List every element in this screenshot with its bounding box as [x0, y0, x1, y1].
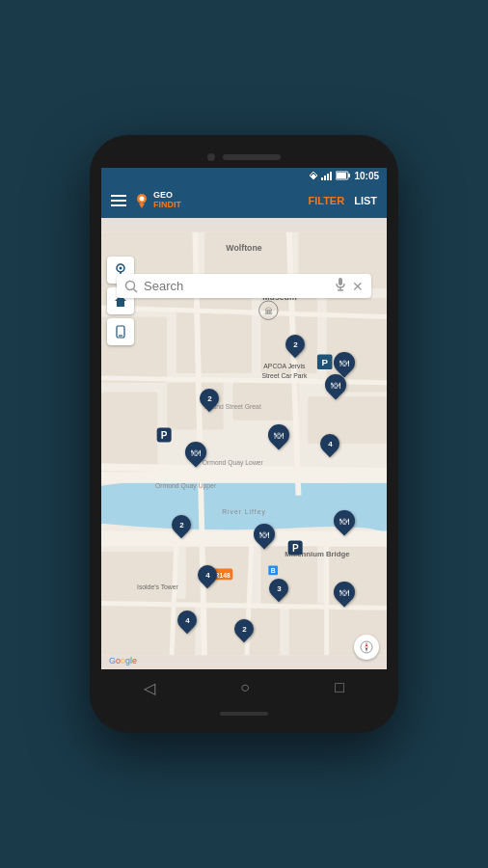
compass-button[interactable]	[354, 635, 379, 660]
signal-icon	[321, 171, 333, 180]
svg-marker-74	[366, 647, 368, 652]
time-display: 10:05	[354, 171, 379, 181]
logo: GEO FINDIT	[134, 191, 181, 210]
recent-button[interactable]: □	[315, 673, 364, 702]
left-panel	[107, 257, 134, 345]
map-area: Strand Street Great Ormond Quay Lower Or…	[101, 218, 387, 669]
svg-rect-2	[321, 177, 323, 180]
search-bar[interactable]: ✕	[117, 274, 371, 298]
map-pin-1[interactable]: 2	[285, 335, 305, 354]
map-pin-2[interactable]: 🍽	[334, 352, 355, 373]
google-logo: Google	[109, 656, 137, 665]
map-pin-12[interactable]: 🍽	[334, 510, 355, 531]
svg-point-10	[140, 197, 145, 202]
app-bar-left: GEO FINDIT	[111, 191, 181, 210]
map-pin-18[interactable]: 2	[234, 619, 254, 638]
map-pin-parking[interactable]: P	[157, 427, 172, 442]
svg-text:Ormond Quay Lower: Ormond Quay Lower	[203, 459, 264, 467]
map-pin-11[interactable]: 🍽	[254, 524, 275, 545]
camera	[207, 153, 215, 161]
back-button[interactable]: ◁	[124, 673, 175, 703]
compass-icon	[360, 640, 373, 654]
clear-icon[interactable]: ✕	[352, 279, 364, 294]
svg-line-63	[134, 288, 138, 292]
svg-text:🏛: 🏛	[264, 307, 273, 316]
phone-device: 10:05 GEO	[90, 135, 398, 733]
map-pin-15[interactable]: 3	[269, 579, 288, 598]
map-pin-10[interactable]: 2	[172, 515, 191, 534]
svg-rect-64	[339, 278, 342, 285]
svg-marker-0	[311, 174, 316, 179]
home-bar	[220, 712, 268, 716]
svg-text:APCOA Jervis: APCOA Jervis	[263, 363, 306, 369]
svg-rect-18	[176, 288, 252, 373]
svg-marker-73	[366, 642, 368, 647]
bottom-nav: ◁ ○ □	[101, 669, 387, 706]
app-bar: GEO FINDIT FILTER LIST	[101, 183, 387, 218]
svg-marker-11	[139, 203, 145, 208]
svg-rect-7	[348, 174, 350, 177]
svg-rect-15	[204, 232, 289, 280]
logo-text: GEO FINDIT	[153, 191, 181, 210]
svg-point-62	[126, 281, 135, 289]
svg-rect-8	[337, 173, 346, 178]
phone-top-bar	[101, 147, 387, 168]
svg-rect-5	[330, 172, 332, 180]
map-pin-parking-2[interactable]: P	[288, 540, 303, 555]
logo-findit: FINDIT	[153, 201, 181, 210]
logo-pin-icon	[134, 193, 149, 208]
svg-rect-23	[232, 383, 298, 420]
map-pin-17[interactable]: 4	[177, 610, 197, 630]
svg-rect-3	[324, 176, 326, 180]
wifi-icon	[309, 172, 318, 179]
map-pin-9[interactable]: 🍽	[185, 442, 206, 463]
app-bar-right: FILTER LIST	[308, 195, 377, 206]
svg-rect-4	[327, 174, 329, 180]
phone-bottom-bar	[101, 706, 387, 721]
svg-text:River Liffey: River Liffey	[222, 508, 266, 516]
search-icon	[124, 280, 138, 293]
microphone-icon[interactable]	[335, 278, 346, 294]
search-input[interactable]	[144, 279, 329, 293]
speaker	[223, 154, 281, 160]
status-icons: 10:05	[309, 171, 379, 181]
map-pin-6[interactable]: 🍽	[268, 424, 289, 446]
list-button[interactable]: LIST	[354, 195, 377, 206]
battery-icon	[336, 171, 351, 180]
map-pin-5[interactable]: 🍽	[325, 374, 346, 395]
svg-text:Street Car Park: Street Car Park	[261, 372, 307, 379]
map-pin-7[interactable]: 4	[320, 434, 339, 453]
menu-button[interactable]	[111, 195, 126, 206]
svg-text:Ormond Quay Upper: Ormond Quay Upper	[155, 482, 217, 490]
mobile-icon-panel[interactable]	[107, 318, 134, 345]
svg-text:B: B	[271, 567, 276, 574]
home-button[interactable]: ○	[221, 673, 269, 702]
filter-button[interactable]: FILTER	[308, 195, 344, 206]
map-pin-14[interactable]: 4	[198, 565, 217, 584]
svg-point-68	[120, 267, 122, 270]
status-bar: 10:05	[101, 168, 387, 183]
svg-line-38	[101, 467, 387, 472]
svg-text:P: P	[321, 357, 328, 367]
phone-screen: 10:05 GEO	[101, 168, 387, 669]
svg-text:Isolde's Tower: Isolde's Tower	[137, 583, 178, 590]
svg-text:Wolftone: Wolftone	[226, 243, 261, 253]
map-pin-16[interactable]: 🍽	[334, 582, 355, 603]
map-pin-3[interactable]: 2	[200, 389, 219, 408]
